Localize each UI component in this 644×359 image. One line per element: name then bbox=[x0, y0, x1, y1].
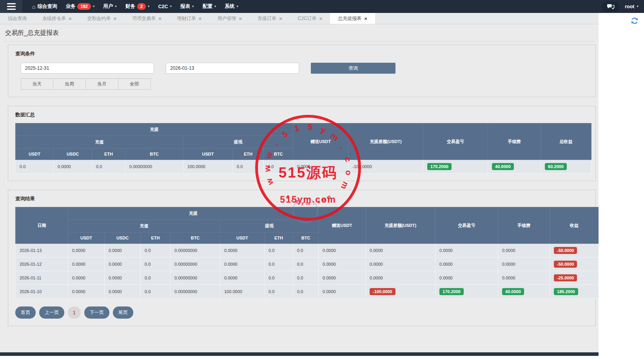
tab-close-icon[interactable]: × bbox=[158, 16, 161, 21]
cell: 0.0 bbox=[141, 285, 171, 299]
finance-count-badge: 2 bbox=[137, 3, 146, 9]
cell: 0.0 bbox=[141, 257, 171, 271]
column-header: USDT bbox=[183, 149, 233, 160]
caret-down-icon: ▾ bbox=[214, 5, 216, 8]
tab-spot-trades[interactable]: 币币交易单 × bbox=[124, 13, 169, 24]
cell: 0.0 bbox=[141, 244, 171, 257]
cell: 0.0000 bbox=[220, 244, 265, 257]
value-badge: -100.0000 bbox=[370, 288, 395, 295]
nav-item-users[interactable]: 用户 ▾ bbox=[99, 0, 121, 13]
column-header: 收益 bbox=[550, 207, 599, 244]
cell: 0.0 bbox=[265, 271, 293, 285]
nav-item-finance[interactable]: 财务 2 ▾ bbox=[121, 0, 154, 13]
prev-page-button[interactable]: 上一页 bbox=[39, 306, 64, 319]
tab-overview[interactable]: 综合查询 bbox=[0, 13, 34, 24]
caret-down-icon: ▾ bbox=[148, 5, 150, 8]
search-button[interactable]: 查询 bbox=[311, 63, 395, 74]
nav-item-reports[interactable]: 报表 ▾ bbox=[176, 0, 198, 13]
nav-item-c2c[interactable]: C2C ▾ bbox=[154, 0, 176, 13]
value-badge: -50.0000 bbox=[554, 261, 577, 268]
next-page-button[interactable]: 下一页 bbox=[84, 306, 109, 319]
tab-deposit-orders[interactable]: 充值订单 × bbox=[250, 13, 290, 24]
column-header: 手续费 bbox=[488, 123, 541, 160]
cell: 0.0000 bbox=[68, 271, 105, 285]
cell: 185.2000 bbox=[550, 285, 599, 299]
navbar-right: root ▾ bbox=[602, 0, 644, 13]
cell: 0.0000 bbox=[319, 244, 366, 257]
column-header: 日期 bbox=[16, 207, 68, 244]
column-header: ETH bbox=[92, 149, 125, 160]
cell: 0.0000 bbox=[366, 244, 435, 257]
quick-filter-group: 当天 当周 当月 全部 bbox=[21, 78, 588, 90]
column-header: 赠送USDT bbox=[293, 123, 348, 160]
date-to-input[interactable] bbox=[166, 63, 299, 74]
caret-down-icon: ▾ bbox=[115, 5, 117, 8]
user-menu[interactable]: root ▾ bbox=[625, 4, 639, 9]
column-header: USDC bbox=[54, 149, 92, 160]
value-badge: -50.0000 bbox=[554, 247, 577, 254]
column-header: 手续费 bbox=[498, 207, 550, 244]
cell: 0.0000 bbox=[105, 285, 141, 299]
summary-table: 充提 赠送USDT 充提差额(USDT) 交易盈亏 手续费 总收益 充值 提现 bbox=[15, 123, 591, 174]
cell: 0.0000 bbox=[68, 285, 105, 299]
current-page-button[interactable]: 1 bbox=[68, 306, 81, 319]
column-header: 总收益 bbox=[541, 123, 591, 160]
cell: 0.0 bbox=[293, 257, 319, 271]
tab-total-report[interactable]: 总充提报表 × bbox=[330, 13, 375, 24]
results-table: 日期 充提 赠送USDT 充提差额(USDT) 交易盈亏 手续费 收益 充值 提… bbox=[15, 207, 599, 299]
cell: 100.0000 bbox=[220, 285, 265, 299]
cell: 60.2000 bbox=[541, 160, 591, 174]
cell: 2026-01-10 bbox=[16, 285, 68, 299]
tab-close-icon[interactable]: × bbox=[364, 16, 367, 21]
tab-c2c-orders[interactable]: C2C订单 × bbox=[290, 13, 330, 24]
tab-perpetual-positions[interactable]: 永续持仓单 × bbox=[34, 13, 80, 24]
column-header: 提现 bbox=[183, 136, 293, 149]
column-header: BTC bbox=[171, 232, 220, 244]
cell: 0.0000 bbox=[366, 257, 435, 271]
query-panel: 查询条件 查询 当天 当周 当月 全部 bbox=[8, 45, 596, 97]
main-content: 交易所_总充提报表 查询条件 查询 当天 当周 当月 全部 数据 bbox=[0, 24, 599, 352]
column-header: 充值 bbox=[16, 136, 183, 149]
messages-button[interactable] bbox=[602, 2, 619, 11]
top-navbar: ⌂ 综合查询 业务 182 ▾ 用户 ▾ 财务 2 ▾ C2C ▾ 报表 ▾ 配… bbox=[0, 0, 644, 13]
tab-close-icon[interactable]: × bbox=[239, 16, 242, 21]
filter-this-month-button[interactable]: 当月 bbox=[86, 78, 118, 90]
tab-close-icon[interactable]: × bbox=[199, 16, 202, 21]
cell: 0.0000 bbox=[498, 257, 550, 271]
tab-close-icon[interactable]: × bbox=[319, 16, 323, 21]
cell: 0.0000 bbox=[68, 244, 105, 257]
date-from-input[interactable] bbox=[21, 63, 154, 74]
tab-close-icon[interactable]: × bbox=[114, 16, 117, 21]
cell: 0.0000 bbox=[498, 271, 550, 285]
nav-item-system[interactable]: 系统 ▾ bbox=[220, 0, 243, 13]
hamburger-menu-button[interactable] bbox=[0, 0, 22, 13]
nav-item-config[interactable]: 配置 ▾ bbox=[198, 0, 221, 13]
cell: 0.0000 bbox=[68, 257, 105, 271]
filter-all-button[interactable]: 全部 bbox=[118, 78, 151, 90]
refresh-button[interactable] bbox=[631, 17, 639, 26]
table-row: 2026-01-100.00000.00000.00.00000000100.0… bbox=[16, 285, 599, 299]
first-page-button[interactable]: 首页 bbox=[15, 306, 36, 319]
value-badge: 60.2000 bbox=[545, 163, 567, 170]
column-header: 赠送USDT bbox=[319, 207, 366, 244]
pagination: 首页 上一页 1 下一页 尾页 bbox=[15, 306, 588, 319]
page-column: 综合查询 永续持仓单 × 交割合约单 × 币币交易单 × 理财订单 × 用户管理… bbox=[0, 13, 599, 359]
filter-today-button[interactable]: 当天 bbox=[21, 78, 53, 90]
cell: 40.0000 bbox=[498, 285, 550, 299]
value-badge: -25.0000 bbox=[554, 274, 577, 281]
nav-item-dashboard[interactable]: ⌂ 综合查询 bbox=[28, 0, 61, 13]
filter-this-week-button[interactable]: 当周 bbox=[53, 78, 86, 90]
cell: 100.0000 bbox=[183, 160, 233, 174]
tab-user-management[interactable]: 用户管理 × bbox=[209, 13, 250, 24]
cell: 0.0000 bbox=[366, 271, 435, 285]
tab-close-icon[interactable]: × bbox=[69, 16, 72, 21]
right-gutter bbox=[599, 13, 644, 359]
nav-item-business[interactable]: 业务 182 ▾ bbox=[61, 0, 99, 13]
cell: 0.0 bbox=[233, 160, 264, 174]
cell: 0.0000 bbox=[435, 244, 498, 257]
tab-close-icon[interactable]: × bbox=[279, 16, 282, 21]
last-page-button[interactable]: 尾页 bbox=[113, 306, 133, 319]
tab-delivery-contracts[interactable]: 交割合约单 × bbox=[80, 13, 125, 24]
tab-wealth-orders[interactable]: 理财订单 × bbox=[169, 13, 210, 24]
table-row: 2026-01-110.00000.00000.00.000000000.000… bbox=[16, 271, 599, 285]
